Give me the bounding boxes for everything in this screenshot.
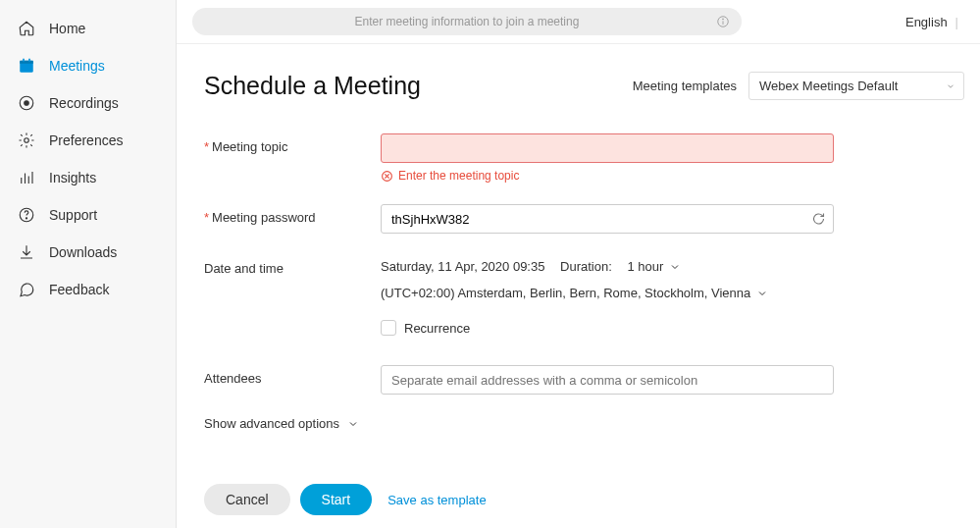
download-icon [18, 243, 35, 261]
label-meeting-password: *Meeting password [204, 204, 381, 225]
row-date-time: Date and time Saturday, 11 Apr, 2020 09:… [204, 255, 964, 336]
home-icon [18, 20, 35, 37]
required-marker: * [204, 139, 209, 154]
info-icon[interactable] [716, 15, 730, 28]
meeting-password-input[interactable] [381, 204, 834, 234]
sidebar-item-label: Downloads [49, 244, 117, 260]
sidebar-item-insights[interactable]: Insights [0, 159, 176, 196]
sidebar-item-preferences[interactable]: Preferences [0, 122, 176, 159]
sidebar: Home Meetings Recordings Preferences Ins… [0, 0, 177, 528]
svg-rect-2 [23, 59, 25, 63]
sidebar-item-label: Recordings [49, 95, 119, 111]
sidebar-item-label: Preferences [49, 132, 123, 148]
svg-point-5 [25, 101, 29, 106]
duration-label: Duration: [560, 259, 612, 274]
sidebar-item-downloads[interactable]: Downloads [0, 234, 176, 271]
label-meeting-topic: *Meeting topic [204, 133, 381, 154]
chevron-down-icon [669, 261, 681, 273]
duration-value: 1 hour [627, 259, 663, 274]
chevron-down-icon [347, 418, 359, 430]
topbar: Enter meeting information to join a meet… [177, 0, 980, 43]
search-placeholder: Enter meeting information to join a meet… [355, 15, 580, 28]
page-header: Schedule a Meeting Meeting templates Web… [204, 72, 964, 100]
sidebar-item-support[interactable]: Support [0, 196, 176, 234]
recurrence-row: Recurrence [381, 320, 834, 336]
datetime-display[interactable]: Saturday, 11 Apr, 2020 09:35 Duration: 1… [381, 255, 834, 274]
main: Enter meeting information to join a meet… [177, 0, 980, 528]
help-icon [18, 206, 35, 224]
error-icon [381, 170, 393, 183]
refresh-icon[interactable] [811, 212, 826, 227]
date-value: Saturday, 11 Apr, 2020 09:35 [381, 259, 544, 274]
svg-point-15 [723, 19, 724, 20]
attendees-input[interactable] [381, 365, 834, 395]
sidebar-item-meetings[interactable]: Meetings [0, 47, 176, 84]
sidebar-item-recordings[interactable]: Recordings [0, 84, 176, 122]
chart-icon [18, 169, 35, 186]
svg-point-6 [25, 138, 29, 143]
chat-icon [18, 281, 35, 298]
gear-icon [18, 132, 35, 149]
actions: Cancel Start Save as template [204, 484, 964, 515]
chevron-down-icon [946, 81, 955, 91]
sidebar-item-label: Feedback [49, 282, 109, 297]
row-attendees: Attendees [204, 365, 964, 395]
topic-error-message: Enter the meeting topic [381, 169, 834, 183]
recurrence-label: Recurrence [404, 321, 470, 336]
content: Schedule a Meeting Meeting templates Web… [177, 44, 980, 528]
template-group: Meeting templates Webex Meetings Default [633, 72, 964, 100]
divider: | [955, 15, 958, 29]
row-meeting-topic: *Meeting topic Enter the meeting topic [204, 133, 964, 183]
templates-label: Meeting templates [633, 79, 737, 93]
cancel-button[interactable]: Cancel [204, 484, 290, 515]
required-marker: * [204, 210, 209, 225]
label-attendees: Attendees [204, 365, 381, 386]
svg-rect-1 [20, 61, 33, 64]
meeting-topic-input[interactable] [381, 133, 834, 163]
record-icon [18, 94, 35, 112]
row-meeting-password: *Meeting password [204, 204, 964, 234]
sidebar-item-label: Meetings [49, 58, 105, 74]
chevron-down-icon [756, 288, 768, 299]
timezone-value: (UTC+02:00) Amsterdam, Berlin, Bern, Rom… [381, 286, 750, 300]
template-select[interactable]: Webex Meetings Default [748, 72, 964, 100]
sidebar-item-home[interactable]: Home [0, 10, 176, 47]
svg-point-12 [26, 218, 26, 219]
sidebar-item-label: Support [49, 207, 97, 223]
language-selector[interactable]: English | [905, 15, 964, 29]
start-button[interactable]: Start [300, 484, 373, 515]
calendar-icon [18, 57, 35, 75]
sidebar-item-label: Home [49, 21, 85, 36]
sidebar-item-label: Insights [49, 170, 96, 185]
page-title: Schedule a Meeting [204, 72, 421, 100]
search-input[interactable]: Enter meeting information to join a meet… [192, 8, 742, 35]
sidebar-item-feedback[interactable]: Feedback [0, 271, 176, 308]
label-date-time: Date and time [204, 255, 381, 276]
save-as-template-link[interactable]: Save as template [387, 493, 486, 507]
template-selected: Webex Meetings Default [759, 79, 898, 93]
show-advanced-toggle[interactable]: Show advanced options [204, 416, 964, 431]
svg-rect-3 [28, 59, 30, 63]
recurrence-checkbox[interactable] [381, 320, 396, 336]
timezone-display[interactable]: (UTC+02:00) Amsterdam, Berlin, Bern, Rom… [381, 286, 834, 300]
